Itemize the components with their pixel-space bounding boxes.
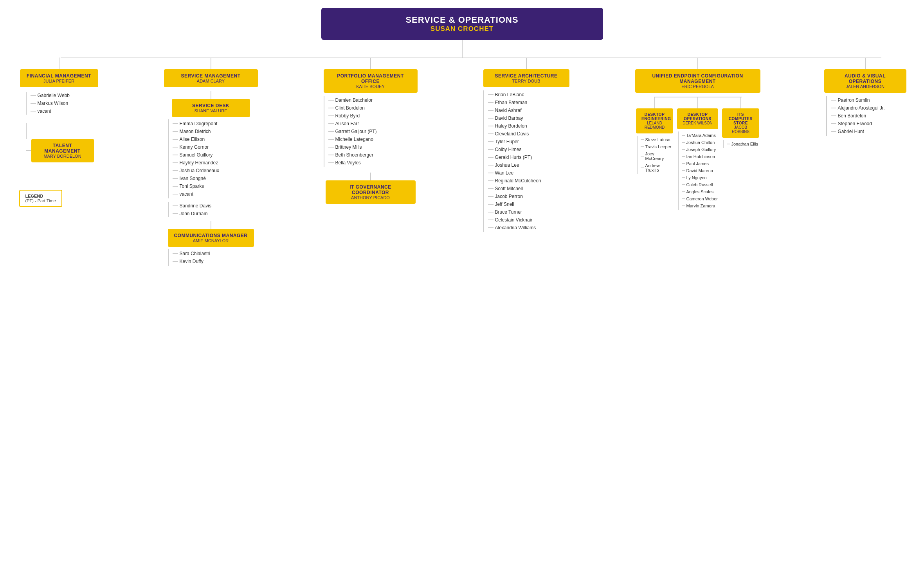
- list-item: Cameron Weber: [682, 196, 719, 202]
- comms-mgr-box: COMMUNICATIONS MANAGER AMIE MCNAYLOR: [168, 229, 254, 247]
- audio-visual-staff: Paetron Sumlin Alejandro Arostegui Jr. B…: [826, 96, 904, 136]
- unified-sub-connector: DESKTOP ENGINEERING LELAND REDMOND Steve…: [635, 97, 760, 210]
- desktop-ops-section: DESKTOP OPERATIONS DEREK WILSON Ta'Mara …: [676, 97, 719, 210]
- org-chart: SERVICE & OPERATIONS SUSAN CROCHET FINAN…: [8, 0, 916, 274]
- list-item: Hayley Hernandez: [173, 159, 246, 166]
- list-item: Brittney Mills: [328, 144, 410, 151]
- staff-name: vacant: [38, 108, 51, 115]
- financial-v-conn: [59, 58, 59, 69]
- root-v-connector: [462, 40, 463, 58]
- list-item: Sara Chialastri: [173, 250, 246, 257]
- list-item: Kenny Gornor: [173, 144, 246, 151]
- service-desk-staff: Emma Daigrepont Mason Dietrich Alise Ell…: [168, 119, 246, 198]
- root-title: SERVICE & OPERATIONS: [337, 15, 587, 25]
- root-section: SERVICE & OPERATIONS SUSAN CROCHET: [16, 8, 908, 40]
- top-level-row: FINANCIAL MANAGEMENT JULIA PFEIFER Gabri…: [16, 58, 908, 266]
- list-item: David Barbay: [488, 115, 566, 122]
- list-item: Allison Farr: [328, 120, 410, 127]
- portfolio-staff: Damien Batchelor Clint Bordelon Robby By…: [324, 96, 410, 167]
- list-item: Jonathan Ellis: [727, 141, 760, 147]
- list-item: Mason Dietrich: [173, 128, 246, 135]
- talent-title: TALENT MANAGEMENT: [37, 143, 88, 154]
- portfolio-box: PORTFOLIO MANAGEMENT OFFICE KATIE BOUEY: [324, 69, 418, 93]
- list-item: Samuel Guillory: [173, 151, 246, 158]
- its-computer-store-staff: Jonathan Ellis: [723, 140, 760, 148]
- financial-name: JULIA PFEIFER: [25, 79, 93, 83]
- list-item: Gerald Hurts (PT): [488, 154, 566, 161]
- list-item: Colby Himes: [488, 146, 566, 153]
- list-item: Jeff Snell: [488, 201, 566, 208]
- list-item: Ethan Bateman: [488, 99, 566, 106]
- top-h-line: [61, 58, 882, 58]
- financial-title: FINANCIAL MANAGEMENT: [25, 73, 93, 79]
- service-arch-box: SERVICE ARCHITECTURE TERRY DOUB: [483, 69, 569, 87]
- financial-mgr-box: FINANCIAL MANAGEMENT JULIA PFEIFER: [20, 69, 98, 87]
- financial-staff: Gabrielle Webb Markus Wilson vacant: [22, 91, 96, 115]
- list-item: Joey McCreary: [641, 151, 674, 162]
- root-name: SUSAN CROCHET: [337, 25, 587, 33]
- list-item: Joseph Guillory: [682, 146, 719, 153]
- list-item: vacant: [31, 108, 96, 115]
- dept-service-mgmt: SERVICE MANAGEMENT ADAM CLARY SERVICE DE…: [160, 58, 262, 266]
- list-item: Joshua Ordeneaux: [173, 167, 246, 174]
- list-item: Paetron Sumlin: [831, 97, 904, 104]
- dept-audio-visual: AUDIO & VISUAL OPERATIONS JALEN ANDERSON…: [822, 58, 908, 136]
- desktop-eng-staff: Steve Latuso Travis Leeper Joey McCreary…: [637, 136, 674, 174]
- list-item: Bruce Turner: [488, 209, 566, 216]
- desktop-eng-section: DESKTOP ENGINEERING LELAND REDMOND Steve…: [635, 97, 674, 210]
- it-governance-box: IT GOVERNANCE COORDINATOR ANTHONY PICADO: [326, 180, 416, 204]
- comms-mgr-staff: Sara Chialastri Kevin Duffy: [168, 249, 246, 266]
- legend-text: (PT) - Part Time: [25, 198, 56, 203]
- list-item: Ian Hutchinson: [682, 153, 719, 160]
- it-governance-section: IT GOVERNANCE COORDINATOR ANTHONY PICADO: [326, 173, 416, 204]
- list-item: Ivan Songné: [173, 175, 246, 182]
- desktop-ops-staff: Ta'Mara Adams Joshua Chilton Joseph Guil…: [678, 131, 719, 210]
- list-item: Caleb Russell: [682, 182, 719, 188]
- service-mgmt-direct-staff: Sandrine Davis John Durham: [168, 202, 246, 217]
- legend-box: LEGEND (PT) - Part Time: [19, 190, 62, 207]
- service-desk-box: SERVICE DESK SHANE VALURE: [172, 99, 250, 117]
- list-item: Alejandro Arostegui Jr.: [831, 104, 904, 112]
- list-item: Ben Bordelon: [831, 112, 904, 119]
- list-item: Angles Scales: [682, 189, 719, 195]
- list-item: Scott Mitchell: [488, 185, 566, 192]
- its-computer-store-section: ITS COMPUTER STORE JACOB ROBBINS Jonatha…: [721, 97, 760, 210]
- service-arch-staff: Brian LeBlanc Ethan Bateman Navid Ashraf…: [483, 90, 566, 232]
- dept-financial: FINANCIAL MANAGEMENT JULIA PFEIFER Gabri…: [16, 58, 102, 207]
- list-item: Andrew Truxillo: [641, 162, 674, 173]
- top-level-connector: FINANCIAL MANAGEMENT JULIA PFEIFER Gabri…: [16, 58, 908, 266]
- desktop-eng-box: DESKTOP ENGINEERING LELAND REDMOND: [636, 108, 673, 133]
- list-item: John Durham: [173, 210, 246, 217]
- list-item: Michelle Lategano: [328, 136, 410, 143]
- list-item: Clint Bordelon: [328, 104, 410, 112]
- list-item: Alexandria Williams: [488, 224, 566, 231]
- list-item: Celestain Vicknair: [488, 216, 566, 223]
- list-item: Ta'Mara Adams: [682, 132, 719, 139]
- list-item: Stephen Elwood: [831, 120, 904, 127]
- list-item: Travis Leeper: [641, 144, 674, 150]
- list-item: Toni Sparks: [173, 183, 246, 190]
- list-item: Wan Lee: [488, 169, 566, 176]
- list-item: Alise Ellison: [173, 136, 246, 143]
- list-item: Cleveland Davis: [488, 130, 566, 137]
- list-item: Ly Nguyen: [682, 175, 719, 181]
- list-item: Brian LeBlanc: [488, 91, 566, 98]
- list-item: Gabrielle Webb: [31, 92, 96, 99]
- talent-name: MARY BORDELON: [37, 154, 88, 158]
- unified-sub-row: DESKTOP ENGINEERING LELAND REDMOND Steve…: [635, 97, 760, 210]
- desktop-ops-box: DESKTOP OPERATIONS DEREK WILSON: [677, 108, 718, 129]
- list-item: Jacob Perron: [488, 193, 566, 200]
- list-item: Garrett Galjour (PT): [328, 128, 410, 135]
- its-computer-store-box: ITS COMPUTER STORE JACOB ROBBINS: [722, 108, 759, 138]
- legend-section: LEGEND (PT) - Part Time: [19, 186, 62, 207]
- list-item: vacant: [173, 191, 246, 198]
- list-item: Markus Wilson: [31, 100, 96, 107]
- dept-unified-endpoint: UNIFIED ENDPOINT CONFIGURATION MANAGEMEN…: [631, 58, 764, 210]
- list-item: Beth Shoenberger: [328, 151, 410, 158]
- list-item: Gabriel Hunt: [831, 128, 904, 135]
- service-mgmt-children: SERVICE DESK SHANE VALURE Emma Daigrepon…: [164, 91, 258, 266]
- list-item: Joshua Chilton: [682, 139, 719, 146]
- comms-mgr-section: COMMUNICATIONS MANAGER AMIE MCNAYLOR Sar…: [164, 221, 258, 266]
- talent-section: TALENT MANAGEMENT MARY BORDELON: [22, 123, 96, 162]
- service-desk-section: SERVICE DESK SHANE VALURE Emma Daigrepon…: [164, 91, 258, 198]
